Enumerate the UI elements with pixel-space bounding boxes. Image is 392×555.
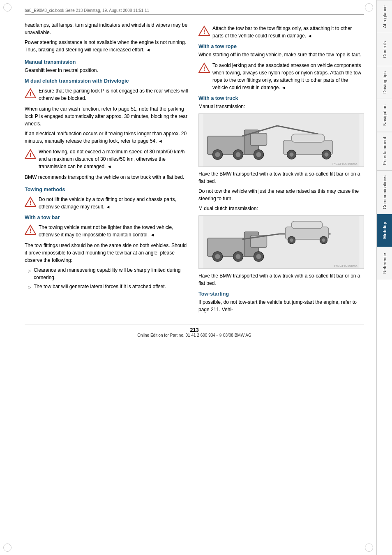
svg-point-39: [236, 254, 241, 259]
svg-point-41: [256, 254, 261, 259]
warning-text-tow-rope: To avoid jerking and the associated stre…: [212, 62, 364, 91]
warning-icon-6: !: [198, 62, 210, 74]
bullet-list-tow-bar: ▷ Clearance and maneuvering capability w…: [28, 266, 190, 290]
tow-starting-heading: Tow-starting: [198, 291, 364, 297]
tow-truck-text3: Do not tow the vehicle with just the rea…: [198, 187, 364, 202]
main-content: ba8_E90M3_cic.book Seite 213 Dienstag, 1…: [0, 0, 376, 555]
warning-box-tow-rope: ! To avoid jerking and the associated st…: [198, 62, 364, 91]
with-tow-rope-heading: With a tow rope: [198, 44, 364, 49]
bullet-item-1: ▷ Clearance and maneuvering capability w…: [28, 266, 190, 281]
warning-text-speed: When towing, do not exceed a maximum spe…: [39, 148, 190, 170]
svg-text:!: !: [30, 91, 32, 97]
tow-rope-text1: When starting off in the towing vehicle,…: [198, 51, 364, 58]
svg-point-28: [290, 153, 294, 157]
m-dual-car-wash: When using the car wash function, refer …: [25, 105, 190, 127]
with-tow-truck-heading: With a tow truck: [198, 95, 364, 101]
tow-truck-text2: Have the BMW transported with a tow truc…: [198, 170, 364, 185]
svg-point-17: [215, 152, 220, 157]
towing-methods-heading: Towing methods: [25, 187, 190, 192]
sidebar-tab-entertainment[interactable]: Entertainment: [377, 132, 392, 170]
sidebar-tab-navigation[interactable]: Navigation: [377, 99, 392, 132]
warning-icon-2: !: [25, 148, 36, 160]
warning-icon-1: !: [25, 88, 36, 99]
svg-text:!: !: [30, 152, 32, 158]
m-dual-clutch-heading: M dual clutch transmission with Drivelog…: [25, 78, 190, 84]
warning-text-tow-fitting: Do not lift the vehicle by a tow fitting…: [39, 196, 190, 210]
svg-text:PfECFc0808AA: PfECFc0808AA: [334, 264, 357, 268]
warning-box-speed: ! When towing, do not exceed a maximum s…: [25, 148, 190, 170]
right-column: ! Attach the tow bar to the tow fittings…: [198, 21, 364, 316]
intro-text-2: Power steering assistance is not availab…: [25, 39, 190, 53]
bullet-text-2: The tow bar will generate lateral forces…: [34, 283, 166, 290]
warning-text-tow-bar: The towing vehicle must not be lighter t…: [39, 224, 190, 238]
warning-icon-4: !: [25, 224, 36, 236]
m-dual-malfunction: If an electrical malfunction occurs or i…: [25, 130, 190, 145]
warning-icon-5: !: [198, 25, 210, 37]
bmw-flat-bed-rec: BMW recommends transporting the vehicle …: [25, 173, 190, 181]
tow-truck-text5: Have the BMW transported with a tow truc…: [198, 272, 364, 287]
sidebar-right: At a glance Controls Driving tips Naviga…: [376, 0, 392, 555]
svg-text:!: !: [30, 199, 32, 206]
svg-text:!: !: [203, 65, 205, 72]
svg-text:!: !: [203, 28, 205, 35]
manual-transmission-heading: Manual transmission: [25, 59, 190, 65]
bullet-arrow-2: ▷: [28, 284, 31, 290]
tow-truck-image-manual: PfECFc08695AA: [198, 113, 364, 167]
header-line: ba8_E90M3_cic.book Seite 213 Dienstag, 1…: [25, 8, 364, 15]
warning-box-parking-lock: ! Ensure that the parking lock P is not …: [25, 87, 190, 102]
svg-point-47: [290, 238, 293, 242]
bullet-text-1: Clearance and maneuvering capability wil…: [34, 266, 190, 281]
warning-box-attach: ! Attach the tow bar to the tow fittings…: [198, 25, 364, 39]
manual-transmission-text: Gearshift lever in neutral position.: [25, 67, 190, 74]
sidebar-tab-controls[interactable]: Controls: [377, 33, 392, 66]
tow-truck-image-mdct: PfECFc0808AA: [198, 215, 364, 269]
sidebar-tab-driving-tips[interactable]: Driving tips: [377, 66, 392, 99]
tow-truck-svg-1: PfECFc08695AA: [199, 113, 364, 167]
footer-note: Online Edition for Part no. 01 41 2 600 …: [25, 333, 364, 338]
sidebar-tab-at-a-glance[interactable]: At a glance: [377, 0, 392, 33]
left-column: headlamps, tail lamps, turn signal indic…: [25, 21, 190, 316]
tow-truck-svg-2: PfECFc0808AA: [199, 215, 364, 269]
intro-text-1: headlamps, tail lamps, turn signal indic…: [25, 21, 190, 36]
svg-rect-26: [292, 134, 325, 142]
svg-point-19: [236, 152, 241, 157]
svg-text:PfECFc08695AA: PfECFc08695AA: [332, 162, 357, 166]
svg-rect-45: [292, 221, 323, 229]
svg-point-21: [256, 152, 261, 157]
end-mark-intro: ◄: [146, 47, 150, 52]
page-footer: 213 Online Edition for Part no. 01 41 2 …: [25, 324, 364, 338]
sidebar-tab-communications[interactable]: Communications: [377, 170, 392, 214]
bullet-arrow-1: ▷: [28, 268, 31, 274]
two-column-layout: headlamps, tail lamps, turn signal indic…: [25, 21, 364, 316]
tow-truck-text4: M dual clutch transmission:: [198, 205, 364, 212]
sidebar-tab-reference[interactable]: Reference: [377, 247, 392, 280]
file-info: ba8_E90M3_cic.book Seite 213 Dienstag, 1…: [25, 8, 149, 13]
with-tow-bar-heading: With a tow bar: [25, 215, 190, 220]
warning-text-attach: Attach the tow bar to the tow fittings o…: [212, 25, 364, 39]
svg-rect-15: [251, 133, 267, 146]
bullet-item-2: ▷ The tow bar will generate lateral forc…: [28, 283, 190, 290]
page-number: 213: [25, 327, 364, 333]
warning-text-parking: Ensure that the parking lock P is not en…: [39, 87, 190, 102]
tow-starting-text: If possible, do not tow-start the vehicl…: [198, 298, 364, 313]
svg-point-37: [215, 254, 220, 259]
end-mark-malfunction: ◄: [158, 139, 163, 143]
svg-point-49: [322, 238, 325, 242]
svg-point-30: [325, 153, 329, 157]
sidebar-tab-mobility[interactable]: Mobility: [377, 214, 392, 247]
tow-bar-text: The tow fittings used should be on the s…: [25, 242, 190, 264]
page: At a glance Controls Driving tips Naviga…: [0, 0, 392, 555]
warning-box-tow-bar: ! The towing vehicle must not be lighter…: [25, 224, 190, 238]
warning-box-tow-fitting: ! Do not lift the vehicle by a tow fitti…: [25, 196, 190, 210]
svg-text:!: !: [30, 227, 32, 234]
tow-truck-text1: Manual transmission:: [198, 103, 364, 110]
warning-icon-3: !: [25, 196, 36, 208]
